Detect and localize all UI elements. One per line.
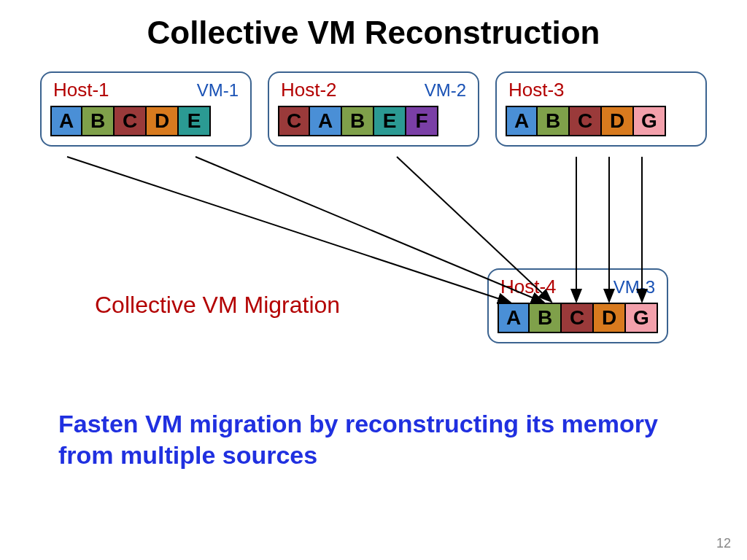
host-3-label: Host-3 <box>508 79 565 101</box>
block-a: A <box>498 303 530 333</box>
block-f: F <box>406 106 438 136</box>
host-4-label: Host-4 <box>500 276 557 298</box>
block-c: C <box>115 106 147 136</box>
block-e: E <box>179 106 211 136</box>
block-d: D <box>594 303 626 333</box>
host-1-blocks: A B C D E <box>50 106 241 136</box>
block-a: A <box>506 106 538 136</box>
block-c: C <box>570 106 602 136</box>
block-d: D <box>602 106 634 136</box>
block-b: B <box>538 106 570 136</box>
host-2-label: Host-2 <box>281 79 337 101</box>
host-3-box: Host-3 A B C D G <box>495 71 707 147</box>
block-e: E <box>374 106 406 136</box>
host-3-blocks: A B C D G <box>506 106 697 136</box>
host-2-box: Host-2 VM-2 C A B E F <box>268 71 479 147</box>
vm-1-label: VM-1 <box>197 80 239 101</box>
page-number: 12 <box>716 536 731 551</box>
host-2-blocks: C A B E F <box>278 106 469 136</box>
vm-4-label: VM-3 <box>614 277 655 298</box>
host-1-box: Host-1 VM-1 A B C D E <box>40 71 252 147</box>
block-b: B <box>530 303 562 333</box>
block-c: C <box>562 303 594 333</box>
block-b: B <box>82 106 115 136</box>
vm-2-label: VM-2 <box>425 80 466 101</box>
block-a: A <box>50 106 82 136</box>
block-b: B <box>342 106 374 136</box>
conclusion-text: Fasten VM migration by reconstructing it… <box>58 408 689 470</box>
block-g: G <box>626 303 658 333</box>
slide-title: Collective VM Reconstruction <box>0 15 747 51</box>
hosts-row: Host-1 VM-1 A B C D E Host-2 VM-2 C A B … <box>0 71 747 147</box>
host-4-blocks: A B C D G <box>498 303 658 333</box>
migration-label: Collective VM Migration <box>95 292 340 319</box>
host-4-wrap: Host-4 VM-3 A B C D G <box>487 268 668 343</box>
block-d: D <box>147 106 179 136</box>
block-g: G <box>634 106 666 136</box>
host-4-box: Host-4 VM-3 A B C D G <box>487 268 668 343</box>
svg-line-1 <box>67 157 511 303</box>
block-c: C <box>278 106 310 136</box>
block-a: A <box>310 106 342 136</box>
host-1-label: Host-1 <box>53 79 109 101</box>
